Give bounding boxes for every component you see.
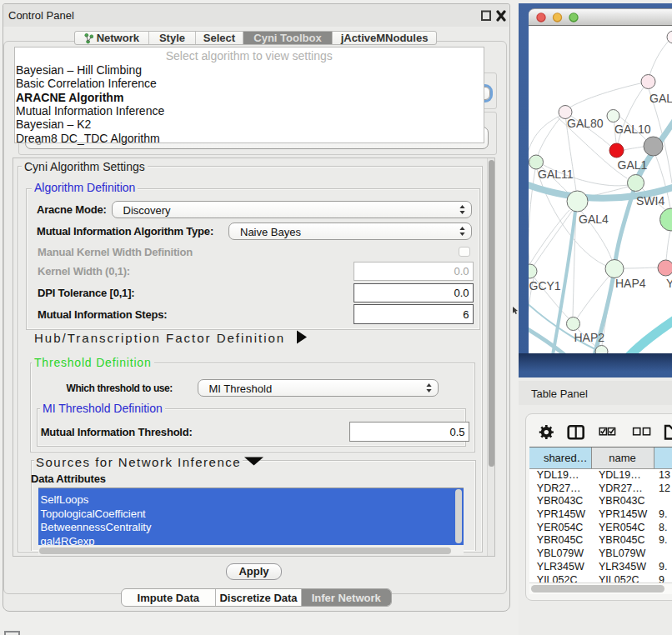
svg-text:HAP2: HAP2: [574, 331, 605, 344]
svg-text:GAL4: GAL4: [579, 212, 609, 226]
svg-text:SWI4: SWI4: [636, 194, 664, 208]
svg-text:GAL7: GAL7: [649, 92, 672, 105]
svg-text:GAL80: GAL80: [567, 117, 604, 130]
svg-text:GAL10: GAL10: [614, 122, 651, 136]
svg-text:Y: Y: [666, 277, 672, 290]
svg-text:HAP4: HAP4: [615, 277, 646, 290]
svg-text:GCY1: GCY1: [529, 279, 561, 292]
svg-text:GAL1: GAL1: [618, 158, 648, 172]
svg-text:GAL11: GAL11: [538, 168, 574, 181]
